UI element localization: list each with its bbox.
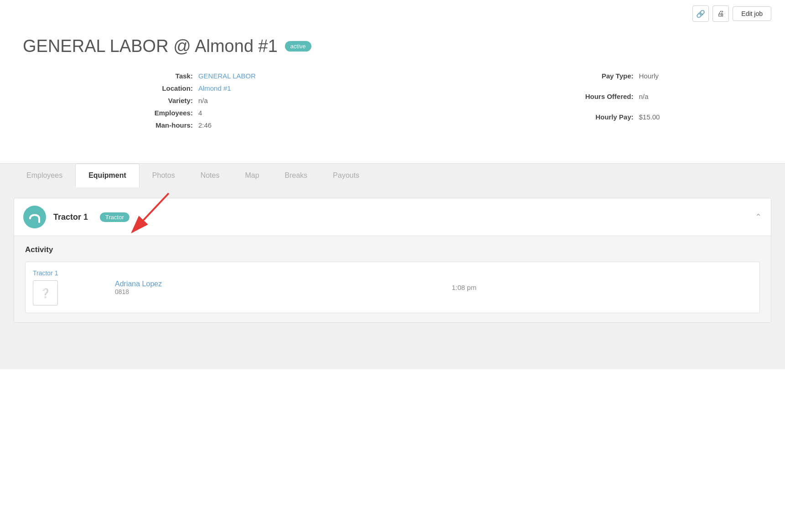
page-header: GENERAL LABOR @ Almond #1 active Task: G… [0, 27, 785, 145]
equipment-avatar [23, 206, 46, 228]
equipment-card-header: Tractor 1 Tractor ⌃ [14, 198, 771, 236]
task-value: GENERAL LABOR [198, 70, 392, 82]
tab-map[interactable]: Map [232, 164, 272, 187]
activity-row: Tractor 1 ❔ Adriana Lopez 0818 1:08 pm [26, 262, 759, 313]
manhours-value: 2:46 [198, 119, 392, 131]
detail-row-task: Task: GENERAL LABOR [50, 70, 392, 82]
hourlypay-value: $15.00 [639, 111, 735, 131]
activity-person-name[interactable]: Adriana Lopez [115, 280, 426, 288]
detail-col-right: Pay Type: Hourly Hours Offered: n/a Hour… [392, 70, 735, 131]
activity-cell-equipment: Tractor 1 ❔ [26, 262, 108, 313]
employees-value: 4 [198, 107, 392, 119]
collapse-icon[interactable]: ⌃ [755, 212, 762, 222]
equipment-type-badge: Tractor [100, 212, 129, 222]
manhours-label: Man-hours: [50, 119, 198, 131]
tabs-container: Employees Equipment Photos Notes Map Bre… [0, 163, 785, 369]
tab-content-wrapper: Tractor 1 Tractor ⌃ Activity Tractor 1 [14, 198, 771, 323]
hoursoffered-label: Hours Offered: [392, 90, 639, 111]
detail-row-manhours: Man-hours: 2:46 [50, 119, 392, 131]
activity-time-value: 1:08 pm [452, 284, 476, 291]
tab-employees[interactable]: Employees [14, 164, 75, 187]
tab-equipment[interactable]: Equipment [75, 164, 139, 187]
detail-row-paytype: Pay Type: Hourly [392, 70, 735, 90]
activity-image-placeholder: ❔ [33, 280, 58, 305]
variety-label: Variety: [50, 94, 198, 107]
detail-row-location: Location: Almond #1 [50, 82, 392, 94]
paytype-label: Pay Type: [392, 70, 639, 90]
activity-person-id: 0818 [115, 288, 129, 295]
toolbar: 🔗 🖨 Edit job [0, 0, 785, 27]
activity-table: Tractor 1 ❔ Adriana Lopez 0818 1:08 pm [25, 262, 760, 313]
location-value: Almond #1 [198, 82, 392, 94]
link-icon: 🔗 [696, 10, 705, 18]
link-button[interactable]: 🔗 [692, 5, 709, 22]
tab-photos[interactable]: Photos [139, 164, 188, 187]
activity-cell-time: 1:08 pm [434, 276, 759, 299]
detail-row-hourlypay: Hourly Pay: $15.00 [392, 111, 735, 131]
detail-row-employees: Employees: 4 [50, 107, 392, 119]
tab-breaks[interactable]: Breaks [272, 164, 320, 187]
active-badge: active [285, 41, 311, 52]
employees-label: Employees: [50, 107, 198, 119]
activity-title: Activity [25, 245, 760, 254]
location-label: Location: [50, 82, 198, 94]
detail-col-left: Task: GENERAL LABOR Location: Almond #1 … [50, 70, 392, 131]
activity-equipment-name[interactable]: Tractor 1 [33, 269, 100, 277]
page-title: GENERAL LABOR @ Almond #1 active [23, 36, 762, 56]
hourlypay-label: Hourly Pay: [392, 111, 639, 131]
tab-content-equipment: Tractor 1 Tractor ⌃ Activity Tractor 1 [0, 187, 785, 369]
detail-row-hoursoffered: Hours Offered: n/a [392, 90, 735, 111]
equipment-card-left: Tractor 1 Tractor [23, 206, 129, 228]
print-button[interactable]: 🖨 [713, 5, 729, 22]
activity-container: Activity Tractor 1 ❔ Adriana Lopez [14, 236, 771, 322]
equipment-name: Tractor 1 [53, 212, 88, 222]
edit-job-button[interactable]: Edit job [733, 6, 771, 21]
question-mark-icon: ❔ [40, 288, 51, 299]
tabs-bar: Employees Equipment Photos Notes Map Bre… [0, 164, 785, 187]
paytype-value: Hourly [639, 70, 735, 90]
detail-row-variety: Variety: n/a [50, 94, 392, 107]
hoursoffered-value: n/a [639, 90, 735, 111]
print-icon: 🖨 [717, 10, 724, 18]
variety-value: n/a [198, 94, 392, 107]
activity-cell-person: Adriana Lopez 0818 [108, 273, 434, 303]
job-details: Task: GENERAL LABOR Location: Almond #1 … [23, 70, 762, 131]
task-label: Task: [50, 70, 198, 82]
tab-notes[interactable]: Notes [188, 164, 232, 187]
tab-payouts[interactable]: Payouts [320, 164, 372, 187]
job-title: GENERAL LABOR @ Almond #1 [23, 36, 278, 56]
equipment-card: Tractor 1 Tractor ⌃ Activity Tractor 1 [14, 198, 771, 323]
